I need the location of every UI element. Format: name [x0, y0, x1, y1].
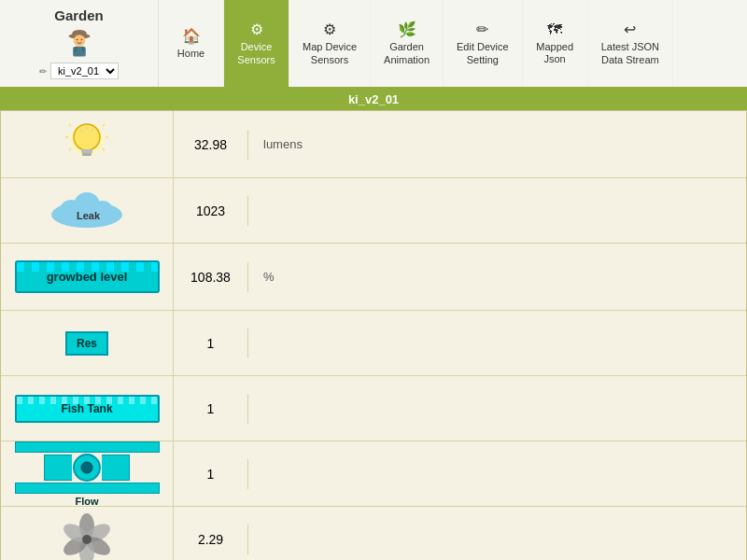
mapped-icon: 🗺: [547, 21, 562, 38]
sensor-table: 32.98 lumens Leak 1023: [0, 110, 747, 560]
leak-cloud: Leak: [45, 189, 129, 233]
table-row: Leak 1023: [1, 178, 746, 244]
svg-line-17: [69, 124, 71, 126]
edit-icon: ✏: [476, 21, 488, 38]
table-row: growbed level 108.38 %: [1, 244, 746, 311]
garden-icon: 🌿: [398, 21, 416, 38]
device-dropdown[interactable]: ki_v2_01: [50, 63, 119, 79]
light-unit: lumens: [248, 130, 317, 159]
svg-rect-13: [81, 149, 92, 153]
fishtank-icon-cell: Fish Tank: [1, 376, 174, 441]
flow-label: Flow: [75, 496, 98, 507]
growbed-value: 108.38: [174, 262, 248, 292]
nav-latest-json[interactable]: ↩ Latest JSONData Stream: [588, 0, 673, 87]
flow-pipe-right: [102, 455, 130, 481]
svg-line-19: [69, 148, 71, 150]
fan-unit: [248, 532, 278, 547]
leak-cloud-icon: Leak: [45, 189, 129, 231]
sensors-icon: ⚙: [250, 21, 263, 38]
avatar: [56, 27, 103, 59]
nav-edit-device[interactable]: ✏ Edit DeviceSetting: [444, 0, 523, 87]
table-row: 32.98 lumens: [1, 111, 746, 178]
nav-mapped-json[interactable]: 🗺 MappedJson: [523, 0, 588, 87]
lightbulb-icon: [63, 117, 110, 173]
nav-home[interactable]: 🏠 Home: [159, 0, 224, 87]
home-icon: 🏠: [182, 27, 201, 45]
svg-point-4: [80, 39, 81, 40]
light-value: 32.98: [174, 130, 248, 160]
svg-rect-14: [82, 153, 92, 156]
growbed-label: growbed level: [47, 270, 128, 284]
device-bar: ki_v2_01: [0, 89, 747, 110]
res-icon: Res: [65, 331, 108, 356]
table-row: Res 1: [1, 311, 746, 376]
flow-unit: [248, 467, 278, 482]
svg-line-18: [103, 124, 105, 126]
growbed-unit: %: [248, 262, 289, 291]
res-label: Res: [77, 337, 97, 350]
fishtank-label: Fish Tank: [61, 402, 112, 415]
nav-device-sensors[interactable]: ⚙ DeviceSensors: [224, 0, 289, 87]
svg-point-34: [82, 535, 92, 544]
app-title: Garden: [54, 7, 104, 23]
table-row: Fish Tank 1: [1, 376, 746, 441]
flow-icon: Flow: [15, 441, 160, 507]
flow-value: 1: [174, 459, 248, 489]
flow-meter-icon: [72, 453, 102, 483]
light-icon-cell: [1, 111, 174, 177]
res-icon-cell: Res: [1, 311, 174, 375]
flow-pipe-bottom: [15, 483, 160, 494]
table-row: Flow 1: [1, 441, 746, 507]
svg-text:Leak: Leak: [77, 210, 101, 221]
header: Garden ✏ ki_v2_01: [0, 0, 747, 89]
fishtank-unit: [248, 401, 278, 416]
device-selector[interactable]: ✏ ki_v2_01: [39, 63, 119, 79]
table-row: 2.29: [1, 507, 746, 560]
flow-icon-cell: Flow: [1, 441, 174, 506]
fishtank-value: 1: [174, 394, 248, 424]
leak-unit: [248, 203, 278, 218]
res-unit: [248, 336, 278, 351]
nav-garden-animation[interactable]: 🌿 GardenAnimation: [371, 0, 444, 87]
map-device-icon: ⚙: [323, 21, 336, 38]
growbed-icon: growbed level: [15, 260, 160, 293]
svg-line-20: [103, 148, 105, 150]
svg-point-2: [73, 35, 85, 47]
fishtank-icon: Fish Tank: [15, 395, 160, 423]
fan-value: 2.29: [174, 525, 248, 554]
svg-point-3: [76, 39, 77, 40]
leak-value: 1023: [174, 196, 248, 226]
res-value: 1: [174, 329, 248, 358]
pencil-icon: ✏: [39, 66, 47, 77]
nav-map-device[interactable]: ⚙ Map DeviceSensors: [289, 0, 371, 87]
growbed-icon-cell: growbed level: [1, 244, 174, 310]
nav-buttons: 🏠 Home ⚙ DeviceSensors ⚙ Map DeviceSenso…: [159, 0, 673, 87]
fan-icon-cell: [1, 507, 174, 560]
latest-json-icon: ↩: [624, 21, 636, 38]
device-bar-label: ki_v2_01: [348, 92, 399, 106]
svg-point-27: [81, 462, 92, 473]
leak-icon-cell: Leak: [1, 178, 174, 243]
logo-area: Garden ✏ ki_v2_01: [0, 0, 159, 87]
propeller-icon: [59, 511, 115, 561]
flow-pipe-top: [15, 441, 160, 453]
flow-pipe-left: [44, 455, 72, 481]
